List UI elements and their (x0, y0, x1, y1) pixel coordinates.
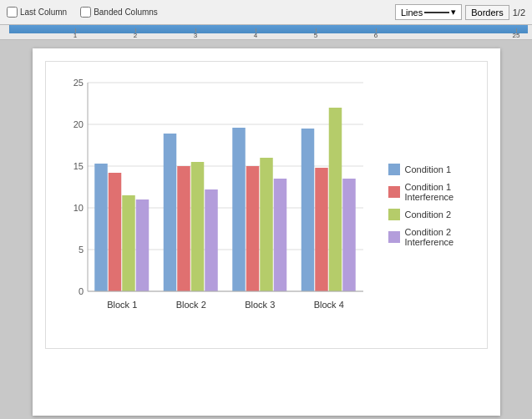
legend-label: Condition 2 (405, 210, 452, 220)
svg-rect-26 (273, 179, 286, 291)
borders-button[interactable]: Borders (465, 5, 509, 20)
svg-rect-21 (190, 162, 204, 291)
legend-swatch (388, 209, 400, 220)
svg-text:Block 3: Block 3 (245, 300, 275, 310)
svg-text:5: 5 (78, 245, 83, 255)
legend-label: Condition 1 Interference (405, 182, 497, 202)
svg-rect-23 (328, 108, 342, 291)
svg-rect-15 (301, 129, 314, 291)
legend-swatch (388, 164, 400, 175)
lines-dropdown[interactable]: Lines ▾ (395, 4, 462, 20)
chart-container: 0510152025Block 1Block 2Block 3Block 4 C… (45, 61, 488, 349)
legend: Condition 1Condition 1 InterferenceCondi… (380, 70, 497, 340)
svg-rect-22 (260, 158, 273, 291)
svg-text:10: 10 (73, 203, 83, 213)
svg-rect-24 (135, 199, 149, 291)
svg-text:Block 4: Block 4 (313, 300, 343, 310)
line-preview (424, 12, 449, 13)
legend-item: Condition 1 Interference (388, 182, 497, 202)
banded-columns-checkbox[interactable] (80, 7, 91, 18)
legend-label: Condition 1 (405, 164, 452, 174)
lines-section: Lines ▾ Borders 1/2 (395, 4, 525, 20)
lines-label: Lines (401, 8, 423, 18)
svg-rect-27 (342, 179, 356, 291)
bar-chart: 0510152025Block 1Block 2Block 3Block 4 (54, 70, 372, 337)
ruler: 12345625 (0, 25, 532, 40)
svg-rect-12 (94, 164, 108, 291)
legend-item: Condition 1 (388, 164, 497, 175)
svg-text:0: 0 (78, 286, 83, 296)
svg-text:15: 15 (73, 161, 83, 171)
svg-rect-17 (177, 166, 190, 291)
svg-rect-20 (122, 195, 135, 291)
banded-columns-check[interactable]: Banded Columns (80, 7, 158, 18)
svg-text:Block 2: Block 2 (175, 300, 205, 310)
lines-dropdown-arrow[interactable]: ▾ (451, 7, 456, 18)
svg-rect-19 (315, 168, 328, 291)
chart-svg-wrap: 0510152025Block 1Block 2Block 3Block 4 (54, 70, 372, 340)
legend-label: Condition 2 Interference (405, 227, 497, 247)
svg-text:25: 25 (73, 78, 83, 88)
main-area: 0510152025Block 1Block 2Block 3Block 4 C… (0, 40, 532, 419)
page-number: 1/2 (513, 8, 525, 18)
legend-swatch (388, 231, 400, 243)
svg-rect-25 (205, 189, 218, 291)
last-column-label: Last Column (20, 8, 67, 17)
last-column-checkbox[interactable] (7, 7, 18, 18)
svg-rect-13 (163, 134, 176, 291)
last-column-check[interactable]: Last Column (7, 7, 67, 18)
banded-columns-label: Banded Columns (94, 8, 158, 17)
legend-item: Condition 2 (388, 209, 497, 220)
svg-rect-16 (108, 173, 121, 291)
svg-text:Block 1: Block 1 (107, 300, 137, 310)
svg-text:20: 20 (73, 119, 83, 129)
legend-item: Condition 2 Interference (388, 227, 497, 247)
document-page: 0510152025Block 1Block 2Block 3Block 4 C… (33, 48, 500, 416)
svg-rect-14 (232, 128, 246, 291)
chart-area: 0510152025Block 1Block 2Block 3Block 4 C… (54, 70, 479, 340)
legend-swatch (388, 186, 400, 198)
svg-rect-18 (246, 166, 259, 291)
toolbar: Last Column Banded Columns Lines ▾ Borde… (0, 0, 532, 25)
